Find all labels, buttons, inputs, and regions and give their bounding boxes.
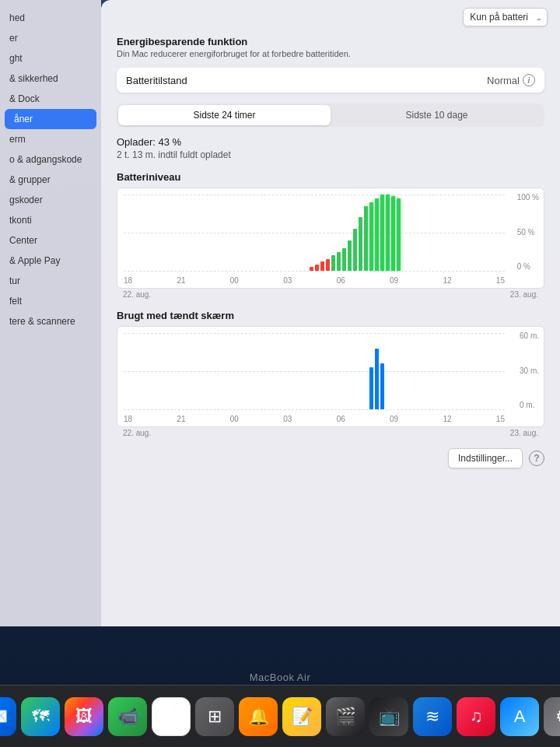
bx-09: 09 [390, 276, 398, 285]
battery-bars [124, 195, 505, 271]
screen-date-labels: 22. aug. 23. aug. [117, 429, 544, 437]
screen-bars [124, 333, 505, 409]
bx-21: 21 [177, 276, 185, 285]
battery-bar-35 [315, 265, 319, 271]
battery-bar-36 [320, 261, 324, 271]
screen-y-60: 60 m. [520, 331, 539, 340]
kun-pa-batteri-dropdown[interactable]: Kun på batteri [463, 8, 548, 26]
battery-bar-34 [310, 267, 313, 271]
battery-mode-label: Batteritilstand [126, 75, 187, 86]
sidebar-item-15[interactable]: tere & scannere [0, 311, 101, 331]
dock-item-atext[interactable]: A [500, 697, 539, 736]
bottom-row: Indstillinger... ? [117, 448, 544, 468]
sidebar-item-9[interactable]: gskoder [0, 190, 101, 210]
battery-chart-title: Batteriniveau [117, 171, 544, 183]
sidebar-item-12[interactable]: & Apple Pay [0, 251, 101, 271]
battery-bar-39 [337, 252, 341, 272]
tab-24h[interactable]: Sidste 24 timer [118, 105, 331, 125]
sidebar-item-11[interactable]: Center [0, 230, 101, 251]
sidebar-item-2[interactable]: ght [0, 48, 101, 68]
dock-item-xcode[interactable]: ≋ [413, 697, 452, 736]
sx-06: 06 [337, 415, 345, 423]
dock-item-mail[interactable]: ✉️ [0, 697, 16, 736]
battery-x-labels: 18 21 00 03 06 09 12 15 [124, 276, 505, 285]
macbook-label: MacBook Air [0, 672, 560, 683]
bx-15: 15 [496, 276, 505, 285]
bx-03: 03 [283, 276, 292, 285]
battery-date-labels: 22. aug. 23. aug. [117, 290, 544, 299]
dock-item-facetime[interactable]: 📹 [108, 697, 147, 736]
energy-info: Energibesparende funktion Din Mac reduce… [117, 36, 351, 58]
settings-button[interactable]: Indstillinger... [448, 448, 523, 468]
screen-bar-46 [375, 349, 379, 409]
energy-header: Energibesparende funktion Din Mac reduce… [117, 36, 544, 58]
screen-y-30: 30 m. [520, 366, 539, 375]
energy-title: Energibesparende funktion [117, 36, 351, 47]
sx-09: 09 [390, 415, 398, 423]
energy-desc: Din Mac reducerer energiforbruget for at… [117, 49, 351, 58]
screen-chart-title: Brugt med tændt skærm [117, 310, 544, 321]
sx-12: 12 [443, 415, 451, 423]
battery-bar-37 [326, 259, 330, 271]
dock-item-tv[interactable]: 📺 [369, 697, 408, 736]
charging-status-line2: 2 t. 13 m. indtil fuldt opladet [117, 149, 544, 160]
battery-bar-43 [359, 217, 362, 271]
battery-bar-38 [331, 255, 335, 271]
screen-date-2: 23. aug. [510, 429, 538, 437]
battery-bar-44 [364, 206, 368, 271]
sidebar-item-4[interactable]: & Dock [0, 89, 101, 109]
battery-bar-42 [353, 229, 357, 271]
tabs-row: Sidste 24 timer Sidste 10 dage [117, 103, 544, 127]
battery-bar-48 [386, 195, 390, 271]
dock-item-music[interactable]: ♫ [457, 697, 495, 736]
normal-badge: Normal i [487, 74, 535, 86]
battery-y-0: 0 % [517, 262, 539, 271]
sidebar-item-14[interactable]: felt [0, 291, 101, 311]
sidebar-item-8[interactable]: & grupper [0, 170, 101, 190]
sidebar-item-6[interactable]: erm [0, 129, 101, 149]
tab-10d[interactable]: Sidste 10 dage [331, 105, 543, 125]
sidebar-item-7[interactable]: o & adgangskode [0, 149, 101, 170]
sx-00: 00 [230, 415, 239, 423]
sx-15: 15 [496, 415, 505, 423]
screen-chart-wrapper: 60 m. 30 m. 0 m. 18 21 00 03 06 09 12 15 [117, 326, 544, 427]
help-button[interactable]: ? [529, 451, 544, 466]
sidebar-item-10[interactable]: tkonti [0, 210, 101, 230]
dock-item-calendar[interactable]: 23 [152, 697, 191, 736]
screen-y-0: 0 m. [520, 401, 539, 409]
battery-mode-row: Batteritilstand Normal i [117, 68, 544, 93]
dock-item-grid[interactable]: ⊞ [195, 697, 234, 736]
info-icon[interactable]: i [523, 74, 535, 86]
sidebar-item-13[interactable]: tur [0, 271, 101, 291]
battery-date-2: 23. aug. [510, 290, 538, 299]
screen-grid-bot [124, 409, 505, 410]
battery-y-50: 50 % [517, 228, 539, 237]
dock-item-notes[interactable]: 📝 [282, 697, 321, 736]
sx-21: 21 [177, 415, 185, 423]
battery-y-labels: 100 % 50 % 0 % [517, 193, 539, 271]
battery-bar-50 [397, 198, 401, 271]
screen-bar-45 [369, 367, 373, 409]
dock-item-photos[interactable]: 🖼 [65, 697, 103, 736]
sx-18: 18 [124, 415, 132, 423]
grid-line-bot [124, 271, 505, 272]
dock-item-maps[interactable]: 🗺 [21, 697, 60, 736]
dock: 🔵💬✉️🗺🖼📹23⊞🔔📝🎬📺≋♫A⚙⊙👁 [0, 685, 560, 747]
bx-00: 00 [230, 276, 239, 285]
sx-03: 03 [283, 415, 292, 423]
sidebar-item-1[interactable]: er [0, 28, 101, 48]
sidebar-item-3[interactable]: & sikkerhed [0, 68, 101, 89]
battery-chart-section: Batteriniveau 100 % 50 % 0 % 18 21 [117, 171, 544, 299]
dock-item-prefs[interactable]: ⚙ [544, 697, 560, 736]
battery-chart-wrapper: 100 % 50 % 0 % 18 21 00 03 06 09 12 15 [117, 188, 544, 289]
bx-12: 12 [443, 276, 451, 285]
sidebar-item-battery[interactable]: åner [5, 109, 96, 129]
screen-bar-47 [380, 363, 384, 409]
dock-item-imovie[interactable]: 🎬 [326, 697, 365, 736]
dock-item-reminders[interactable]: 🔔 [239, 697, 278, 736]
bx-06: 06 [337, 276, 345, 285]
sidebar-item-0[interactable]: hed [0, 8, 101, 28]
battery-bar-45 [369, 202, 373, 271]
normal-status: Normal [487, 75, 520, 86]
battery-y-100: 100 % [517, 193, 539, 202]
